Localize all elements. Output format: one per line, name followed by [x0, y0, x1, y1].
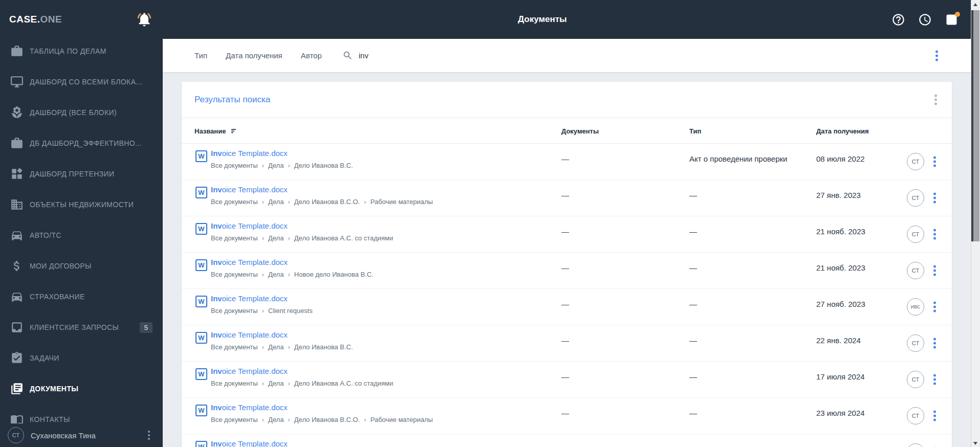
breadcrumb-segment[interactable]: Все документы	[211, 198, 258, 206]
sidebar-item[interactable]: ЗАДАЧИ	[0, 346, 163, 370]
row-menu-button[interactable]	[932, 155, 938, 169]
row-menu-button[interactable]	[932, 300, 938, 314]
document-link[interactable]: Invoice Template.docx	[211, 258, 288, 266]
sidebar-item[interactable]: ДАШБОРД ПРЕТЕНЗИИ	[0, 162, 163, 186]
breadcrumb-segment[interactable]: Дела	[268, 343, 284, 351]
row-menu-button[interactable]	[932, 191, 938, 205]
side-panel-icon[interactable]	[945, 13, 959, 27]
document-link[interactable]: Invoice Template.docx	[211, 330, 288, 339]
breadcrumb-segment[interactable]: Все документы	[211, 234, 258, 242]
breadcrumb-separator: ›	[288, 271, 290, 278]
sidebar-item[interactable]: ДОКУМЕНТЫ	[0, 376, 163, 401]
breadcrumb-segment[interactable]: Рабочие материалы	[371, 416, 433, 423]
breadcrumb-segment[interactable]: Все документы	[211, 379, 258, 387]
sidebar-item[interactable]: КЛИЕНТСКИЕ ЗАПРОСЫ 5	[0, 315, 163, 340]
scrollbar-down-arrow[interactable]	[973, 442, 977, 445]
document-link[interactable]: Invoice Template.docx	[211, 403, 288, 412]
breadcrumb-segment[interactable]: Дело Иванова В.С.	[294, 162, 353, 169]
sidebar-item-label: ОБЪЕКТЫ НЕДВИЖИМОСТИ	[30, 200, 134, 209]
breadcrumb: Все документы›Дела›Дело Иванова В.С.О.›Р…	[211, 416, 433, 423]
breadcrumb-segment[interactable]: Дела	[268, 234, 284, 242]
filter-date-received[interactable]: Дата получения	[226, 51, 282, 60]
window-scrollbar[interactable]	[971, 0, 980, 447]
document-link[interactable]: Invoice Template.docx	[211, 439, 288, 447]
table-row[interactable]: W Invoice Template.docx Все документы›Де…	[182, 216, 952, 253]
sidebar-item[interactable]: ОБЪЕКТЫ НЕДВИЖИМОСТИ	[0, 192, 163, 217]
row-menu-button[interactable]	[932, 264, 938, 278]
breadcrumb-segment[interactable]: Дела	[268, 416, 284, 423]
sidebar-item[interactable]: МОИ ДОГОВОРЫ	[0, 254, 163, 278]
breadcrumb-segment[interactable]: Дело Иванова А.С. со стадиями	[294, 234, 394, 242]
scrollbar-thumb[interactable]	[971, 10, 979, 241]
author-avatar[interactable]: СТ	[907, 262, 924, 279]
table-row[interactable]: W Invoice Template.docx Все документы›Де…	[182, 362, 952, 398]
table-row[interactable]: W Invoice Template.docx Все документы›Де…	[182, 180, 952, 216]
breadcrumb-segment[interactable]: Рабочие материалы	[371, 198, 433, 206]
row-menu-button[interactable]	[932, 409, 938, 423]
filter-bar: Тип Дата получения Автор	[163, 39, 972, 72]
breadcrumb-segment[interactable]: Все документы	[211, 162, 258, 169]
user-menu-button[interactable]	[146, 429, 151, 441]
sidebar-item[interactable]: ДБ ДАШБОРД_ЭФФЕКТИВНО...	[0, 131, 163, 155]
breadcrumb-segment[interactable]: Все документы	[211, 307, 258, 315]
breadcrumb: Все документы›Дела›Дело Иванова А.С. со …	[211, 379, 393, 387]
document-link[interactable]: Invoice Template.docx	[211, 367, 288, 375]
breadcrumb-segment[interactable]: Дела	[268, 379, 284, 387]
row-menu-button[interactable]	[932, 337, 938, 350]
author-avatar[interactable]: СТ	[907, 189, 924, 207]
breadcrumb-segment[interactable]: Все документы	[211, 343, 258, 351]
breadcrumb-segment[interactable]: Дела	[268, 162, 284, 169]
row-menu-button[interactable]	[932, 373, 938, 387]
table-row[interactable]: W Invoice Template.docx Все документы›Де…	[182, 398, 952, 434]
author-avatar[interactable]: СТ	[907, 407, 924, 424]
filter-menu-button[interactable]	[934, 49, 940, 62]
sidebar-item[interactable]: АВТО/ТС	[0, 223, 163, 248]
breadcrumb-separator: ›	[262, 307, 264, 315]
filter-type[interactable]: Тип	[194, 51, 207, 60]
column-name[interactable]: Название	[194, 127, 237, 135]
scrollbar-up-arrow[interactable]	[973, 3, 977, 6]
results-menu-button[interactable]	[933, 93, 939, 107]
table-row[interactable]: W Invoice Template.docx Все документы›Де…	[182, 325, 952, 362]
document-link[interactable]: Invoice Template.docx	[211, 294, 288, 303]
notifications-bell-icon[interactable]	[136, 11, 153, 28]
search-input[interactable]	[358, 51, 431, 60]
sidebar-item[interactable]: ТАБЛИЦА ПО ДЕЛАМ	[0, 39, 163, 63]
history-clock-icon[interactable]	[918, 13, 932, 27]
author-avatar[interactable]: СТ	[907, 153, 924, 170]
user-bar[interactable]: СТ Сухановская Тина	[0, 423, 163, 447]
breadcrumb-segment[interactable]: Дело Иванова В.С.О.	[294, 416, 360, 423]
help-icon[interactable]	[891, 13, 905, 27]
breadcrumb-segment[interactable]: Все документы	[211, 271, 258, 278]
table-row[interactable]: W Invoice Template.docx Все документы›Де…	[182, 144, 952, 180]
breadcrumb-segment[interactable]: Дела	[268, 271, 284, 278]
filter-author[interactable]: Автор	[301, 51, 322, 60]
breadcrumb-segment[interactable]: Дело Иванова В.С.О.	[294, 198, 360, 206]
document-link[interactable]: Invoice Template.docx	[211, 185, 288, 194]
breadcrumb-segment[interactable]: Дело Иванова В.С.	[294, 343, 353, 351]
user-avatar[interactable]: СТ	[8, 427, 24, 443]
document-link[interactable]: Invoice Template.docx	[211, 221, 288, 230]
sidebar-item[interactable]: СТРАХОВАНИЕ	[0, 284, 163, 309]
author-avatar[interactable]: СТ	[907, 443, 924, 447]
row-menu-button[interactable]	[932, 445, 938, 447]
breadcrumb-segment[interactable]: Все документы	[211, 416, 258, 423]
table-row[interactable]: W Invoice Template.docx Все документы›Cl…	[182, 289, 952, 325]
sidebar-item[interactable]: ДАШБОРД СО ВСЕМИ БЛОКА...	[0, 70, 163, 94]
inbox-icon	[10, 321, 24, 334]
table-row[interactable]: W Invoice Template.docx Все документы›Де…	[182, 253, 952, 289]
table-row[interactable]: W Invoice Template.docx — — 23 июля 2024…	[182, 434, 952, 447]
breadcrumb-segment[interactable]: Новое дело Иванова В.С.	[294, 271, 374, 278]
breadcrumb-segment[interactable]: Дело Иванова А.С. со стадиями	[294, 379, 394, 387]
author-avatar[interactable]: ИВС	[907, 298, 924, 316]
sidebar-item[interactable]: ДАШБОРД (ВСЕ БЛОКИ)	[0, 100, 163, 125]
breadcrumb-segment[interactable]: Client requests	[268, 307, 313, 315]
brand-logo[interactable]: CASE.ONE	[9, 0, 62, 39]
author-avatar[interactable]: СТ	[907, 371, 924, 388]
document-link[interactable]: Invoice Template.docx	[211, 149, 288, 158]
author-avatar[interactable]: СТ	[907, 226, 924, 243]
row-menu-button[interactable]	[932, 228, 938, 241]
author-avatar[interactable]: СТ	[907, 334, 924, 352]
breadcrumb-segment[interactable]: Дела	[268, 198, 284, 206]
user-name: Сухановская Тина	[31, 431, 96, 440]
